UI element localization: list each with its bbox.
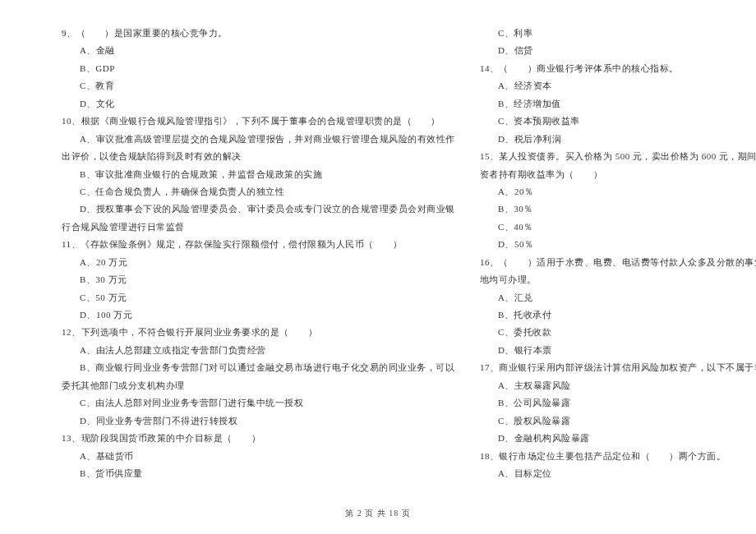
option-12b-cont: 委托其他部门或分支机构办理 [62, 377, 455, 394]
option-15d: D、50％ [480, 236, 756, 253]
question-11: 11、《存款保险条例》规定，存款保险实行限额偿付，偿付限额为人民币（ ） [62, 236, 455, 253]
option-14b: B、经济增加值 [480, 95, 756, 113]
option-13b: B、货币供应量 [62, 465, 455, 482]
option-12d: D、同业业务专营部门不得进行转授权 [62, 412, 455, 430]
option-11c: C、50 万元 [62, 289, 455, 306]
question-12: 12、下列选项中，不符合银行开展同业业务要求的是（ ） [62, 324, 455, 341]
option-16d: D、银行本票 [480, 342, 756, 359]
option-17c: C、股权风险暴露 [480, 412, 756, 430]
option-16b: B、托收承付 [480, 306, 756, 324]
option-12a: A、由法人总部建立或指定专营部门负责经营 [62, 342, 455, 359]
option-10d: D、授权董事会下设的风险管理委员会、审计委员会或专门设立的合规管理委员会对商业银 [62, 200, 455, 218]
option-15a: A、20％ [480, 183, 756, 200]
option-9b: B、GDP [62, 60, 455, 77]
option-14c: C、资本预期收益率 [480, 113, 756, 130]
page-number: 第 2 页 共 18 页 [0, 508, 756, 519]
option-18a: A、目标定位 [480, 465, 756, 482]
option-11b: B、30 万元 [62, 271, 455, 288]
option-12c: C、由法人总部对同业业务专营部门进行集中统一授权 [62, 394, 455, 412]
option-10a-cont: 出评价，以使合规缺陷得到及时有效的解决 [62, 148, 455, 165]
left-column: 9、（ ）是国家重要的核心竞争力。 A、金融 B、GDP C、教育 D、文化 1… [62, 25, 455, 493]
question-16: 16、（ ）适用于水费、电费、电话费等付款人众多及分散的事业性收费结算，在同城、… [480, 254, 756, 271]
option-16a: A、汇兑 [480, 289, 756, 306]
option-13d: D、信贷 [480, 42, 756, 59]
option-9a: A、金融 [62, 42, 455, 59]
option-10c: C、任命合规负责人，并确保合规负责人的独立性 [62, 183, 455, 200]
option-11d: D、100 万元 [62, 306, 455, 324]
option-13a: A、基础货币 [62, 448, 455, 465]
option-14a: A、经济资本 [480, 77, 756, 94]
option-10b: B、审议批准商业银行的合规政策，并监督合规政策的实施 [62, 166, 455, 183]
option-15b: B、30％ [480, 200, 756, 218]
question-13: 13、现阶段我国货币政策的中介目标是（ ） [62, 430, 455, 447]
option-17b: B、公司风险暴露 [480, 394, 756, 412]
two-column-layout: 9、（ ）是国家重要的核心竞争力。 A、金融 B、GDP C、教育 D、文化 1… [62, 25, 715, 493]
right-column: C、利率 D、信贷 14、（ ）商业银行考评体系中的核心指标。 A、经济资本 B… [480, 25, 756, 493]
option-15c: C、40％ [480, 219, 756, 236]
option-17a: A、主权暴露风险 [480, 377, 756, 394]
question-16-cont: 地均可办理。 [480, 271, 756, 288]
question-15: 15、某人投资债券。买入价格为 500 元，卖出价格为 600 元，期间获得利息… [480, 148, 756, 165]
option-9d: D、文化 [62, 95, 455, 113]
option-10a: A、审议批准高级管理层提交的合规风险管理报告，并对商业银行管理合规风险的有效性作 [62, 131, 455, 148]
option-12b: B、商业银行同业业务专营部门对可以通过金融交易市场进行电子化交易的同业业务，可以 [62, 359, 455, 376]
question-14: 14、（ ）商业银行考评体系中的核心指标。 [480, 60, 756, 77]
option-17d: D、金融机构风险暴露 [480, 430, 756, 447]
question-9: 9、（ ）是国家重要的核心竞争力。 [62, 25, 455, 42]
question-17: 17、商业银行采用内部评级法计算信用风险加权资产，以下不属于非零售风险暴露的是（… [480, 359, 756, 376]
option-10d-cont: 行合规风险管理进行日常监督 [62, 219, 455, 236]
question-18: 18、银行市场定位主要包括产品定位和（ ）两个方面。 [480, 448, 756, 465]
option-14d: D、税后净利润 [480, 131, 756, 148]
question-15-cont: 资者持有期收益率为（ ） [480, 166, 756, 183]
option-11a: A、20 万元 [62, 254, 455, 271]
option-9c: C、教育 [62, 77, 455, 94]
option-16c: C、委托收款 [480, 324, 756, 341]
question-10: 10、根据《商业银行合规风险管理指引》，下列不属于董事会的合规管理职责的是（ ） [62, 113, 455, 130]
option-13c: C、利率 [480, 25, 756, 42]
